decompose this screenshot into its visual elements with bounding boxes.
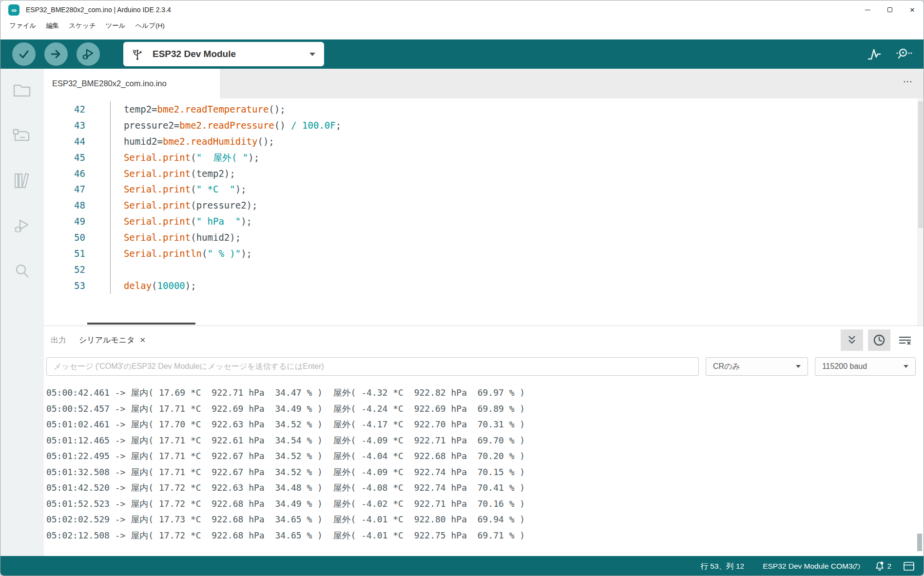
library-manager-button[interactable]	[11, 170, 33, 192]
chevron-down-icon	[309, 53, 315, 56]
activity-sidebar	[0, 69, 44, 556]
line-ending-value: CRのみ	[713, 362, 740, 372]
serial-line: 05:01:42.520 -> 屋内( 17.72 *C 922.63 hPa …	[46, 480, 924, 496]
toolbar-right	[856, 43, 924, 65]
board-selector-dropdown[interactable]: ESP32 Dev Module	[123, 42, 324, 66]
code-text: Serial.print(pressure2);	[110, 197, 258, 213]
serial-output[interactable]: 05:00:42.461 -> 屋内( 17.69 *C 922.71 hPa …	[44, 379, 924, 556]
arduino-logo-icon: ∞	[8, 4, 19, 16]
code-text: Serial.print(" *C ");	[110, 181, 247, 197]
debug-sidebar-button[interactable]	[11, 215, 33, 237]
serial-scrollbar-thumb[interactable]	[917, 534, 922, 551]
code-editor[interactable]: 42temp2=bme2.readTemperature();43pressur…	[44, 98, 924, 326]
notification-count: 2	[887, 562, 891, 571]
board-icon	[12, 127, 32, 144]
tab-label: ESP32_BME280x2_com.ino.ino	[52, 79, 167, 88]
serial-monitor-button[interactable]	[892, 43, 915, 65]
code-line: 51Serial.println(" % )");	[44, 246, 924, 262]
close-icon: ✕	[910, 6, 915, 14]
board-port-status[interactable]: ESP32 Dev Module COM3の	[763, 561, 860, 572]
code-text: Serial.print(humid2);	[110, 230, 241, 246]
notifications-button[interactable]: 2	[875, 561, 891, 572]
minimize-icon	[865, 10, 870, 10]
sketchbook-button[interactable]	[11, 79, 33, 101]
arduino-ide-window: ∞ ESP32_BME280x2_com.ino | Arduino IDE 2…	[0, 0, 924, 576]
tab-output[interactable]: 出力	[51, 335, 66, 346]
clear-output-button[interactable]	[895, 329, 915, 351]
verify-button[interactable]	[12, 42, 36, 66]
panel-toggle-icon	[903, 561, 915, 571]
horizontal-scrollbar[interactable]	[87, 323, 195, 325]
code-line: 53delay(10000);	[44, 278, 924, 294]
menu-tools[interactable]: ツール	[101, 20, 131, 32]
code-line: 49Serial.print(" hPa ");	[44, 213, 924, 230]
editor-column: ESP32_BME280x2_com.ino.ino ... 42temp2=b…	[44, 69, 924, 556]
code-text: Serial.print(" hPa ");	[110, 213, 252, 230]
code-line: 43pressure2=bme2.readPressure() / 100.0F…	[44, 117, 924, 134]
menu-file[interactable]: ファイル	[4, 20, 41, 32]
debug-icon	[81, 47, 96, 61]
arrow-right-icon	[50, 48, 62, 60]
bell-icon	[875, 561, 885, 572]
menu-edit[interactable]: 編集	[41, 20, 64, 32]
line-number: 45	[44, 150, 110, 166]
cursor-position: 行 53、列 12	[701, 561, 745, 572]
chevron-down-icon	[796, 365, 801, 368]
serial-message-row: CRのみ 115200 baud	[44, 354, 924, 379]
folder-icon	[12, 81, 32, 99]
editor-scrollbar-track[interactable]	[917, 98, 924, 326]
chevron-down-icon	[904, 365, 908, 368]
close-button[interactable]: ✕	[901, 0, 924, 19]
upload-button[interactable]	[44, 42, 68, 66]
code-text: Serial.print(" 屋外( ");	[110, 150, 259, 166]
search-button[interactable]	[11, 261, 33, 282]
tab-serial-monitor[interactable]: シリアルモニタ	[79, 335, 135, 346]
clock-icon	[872, 333, 886, 347]
editor-scrollbar-thumb[interactable]	[918, 101, 923, 228]
menu-help[interactable]: ヘルプ(H)	[131, 20, 170, 32]
boards-manager-button[interactable]	[11, 125, 33, 146]
serial-monitor-close-icon[interactable]: ✕	[140, 336, 146, 345]
window-title: ESP32_BME280x2_com.ino | Arduino IDE 2.3…	[26, 6, 171, 14]
line-ending-dropdown[interactable]: CRのみ	[706, 357, 808, 376]
code-line: 44humid2=bme2.readHumidity();	[44, 134, 924, 150]
line-number: 50	[44, 230, 110, 246]
toolbar: ESP32 Dev Module	[0, 39, 924, 69]
double-chevron-down-icon	[846, 334, 858, 346]
code-text: Serial.println(" % )");	[110, 246, 252, 262]
serial-plotter-button[interactable]	[863, 43, 886, 65]
maximize-icon	[887, 7, 892, 12]
search-icon	[12, 262, 32, 281]
usb-icon	[132, 47, 143, 61]
toggle-panel-button[interactable]	[903, 561, 915, 571]
debug-icon	[12, 216, 32, 236]
code-text: delay(10000);	[110, 278, 196, 294]
line-number: 44	[44, 134, 110, 150]
minimize-button[interactable]	[856, 0, 879, 19]
serial-line: 05:01:52.523 -> 屋内( 17.72 *C 922.68 hPa …	[46, 496, 924, 512]
line-number: 42	[44, 101, 110, 117]
maximize-button[interactable]	[879, 0, 901, 19]
serial-line: 05:02:02.529 -> 屋内( 17.73 *C 922.68 hPa …	[46, 512, 924, 528]
baud-rate-dropdown[interactable]: 115200 baud	[815, 357, 916, 376]
autoscroll-toggle-button[interactable]	[841, 329, 863, 351]
code-text: temp2=bme2.readTemperature();	[110, 101, 286, 117]
code-text: Serial.print(temp2);	[110, 166, 235, 182]
line-number: 53	[44, 278, 110, 294]
editor-tab-bar: ESP32_BME280x2_com.ino.ino ...	[44, 69, 924, 98]
menu-bar: ファイル 編集 スケッチ ツール ヘルプ(H)	[0, 19, 924, 33]
line-number: 52	[44, 262, 110, 278]
waveform-icon	[866, 46, 883, 62]
window-controls: ✕	[856, 0, 924, 19]
baud-rate-value: 115200 baud	[822, 362, 867, 371]
tab-sketch-file[interactable]: ESP32_BME280x2_com.ino.ino	[44, 69, 220, 98]
serial-line: 05:00:42.461 -> 屋内( 17.69 *C 922.71 hPa …	[46, 385, 924, 401]
debug-button[interactable]	[77, 42, 100, 66]
code-text: pressure2=bme2.readPressure() / 100.0F;	[110, 117, 341, 134]
code-text	[110, 262, 124, 278]
serial-message-input[interactable]	[46, 357, 699, 376]
timestamp-toggle-button[interactable]	[868, 329, 890, 351]
tab-overflow-menu[interactable]: ...	[904, 76, 913, 84]
menu-sketch[interactable]: スケッチ	[64, 20, 100, 32]
line-number: 48	[44, 197, 110, 213]
